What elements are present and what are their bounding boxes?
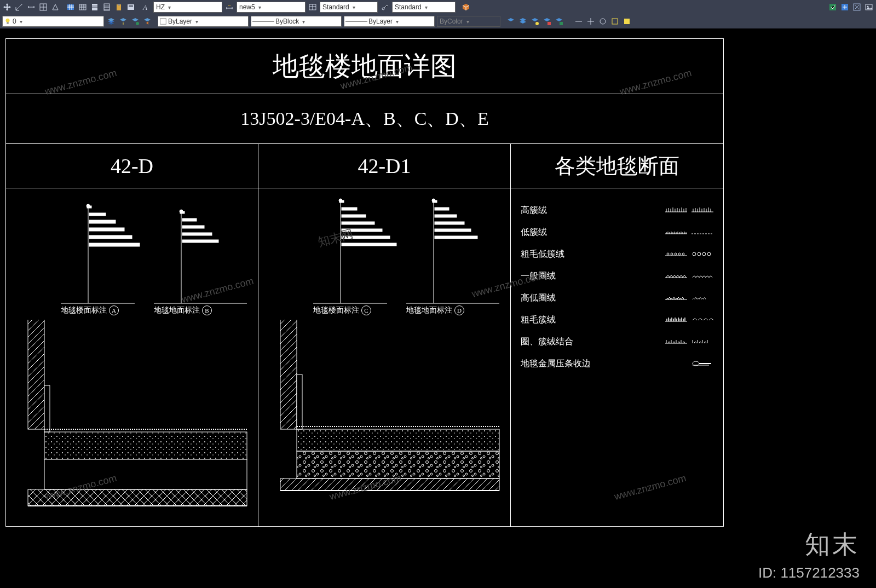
svg-rect-25 (560, 22, 563, 25)
paste-icon[interactable] (114, 2, 124, 12)
xref-icon[interactable] (852, 2, 862, 12)
color-select[interactable]: ByLayer▾ (158, 16, 249, 27)
sheet-icon[interactable] (90, 2, 100, 12)
layprop2-icon[interactable] (518, 16, 528, 26)
textstyle-icon[interactable]: A (141, 2, 151, 12)
carpet-sample-icon (665, 338, 687, 345)
tag-b: B (202, 305, 212, 315)
image-icon[interactable] (864, 2, 874, 12)
table-icon[interactable] (66, 2, 76, 12)
laywalk5-icon[interactable] (622, 16, 632, 26)
svg-point-82 (667, 253, 669, 255)
svg-rect-66 (433, 200, 437, 203)
svg-point-19 (136, 22, 139, 25)
svg-rect-33 (89, 220, 116, 223)
pan-icon[interactable] (2, 2, 12, 12)
svg-rect-62 (342, 243, 396, 246)
section-42d1 (258, 320, 510, 528)
dist-icon[interactable] (26, 2, 36, 12)
svg-rect-2 (79, 4, 86, 10)
layer-off-icon[interactable] (118, 16, 128, 26)
table-style-select[interactable]: Standard▾ (320, 2, 378, 13)
layprop3-icon[interactable] (530, 16, 540, 26)
layprop1-icon[interactable] (506, 16, 516, 26)
carpet-row: 高簇绒 (521, 199, 713, 221)
svg-rect-50 (44, 432, 247, 459)
svg-point-88 (698, 252, 701, 256)
carpet-row: 粗毛簇绒 (521, 309, 713, 331)
svg-rect-31 (87, 206, 91, 208)
carpet-sample-icon (691, 360, 713, 367)
block-icon[interactable] (461, 2, 471, 12)
lineweight-preview-icon (345, 18, 367, 25)
plotstyle-select[interactable]: ByColor▾ (437, 16, 500, 27)
carpet-sample-icon (691, 294, 713, 302)
area-icon[interactable] (38, 2, 48, 12)
drawing-subtitle: 13J502-3/E04-A、B、C、D、E (6, 94, 723, 144)
wblock-icon[interactable] (828, 2, 838, 12)
svg-rect-3 (92, 4, 97, 10)
ucs-icon[interactable] (14, 2, 24, 12)
carpet-sample-icon (691, 206, 713, 214)
layer-prev-icon[interactable] (142, 16, 152, 26)
lightbulb-icon (4, 18, 11, 25)
svg-rect-70 (435, 229, 471, 232)
svg-rect-77 (297, 374, 302, 429)
section-42d (6, 320, 258, 528)
id-watermark: ID: 1157212333 (758, 564, 860, 581)
laywalk3-icon[interactable] (598, 16, 608, 26)
svg-rect-59 (342, 222, 374, 224)
layprop5-icon[interactable] (554, 16, 564, 26)
carpet-sample-icon (691, 228, 713, 236)
chevron-down-icon: ▾ (465, 19, 469, 25)
svg-rect-32 (89, 213, 106, 216)
insert-icon[interactable] (840, 2, 850, 12)
svg-rect-58 (342, 215, 366, 217)
svg-point-23 (535, 22, 539, 25)
svg-point-84 (675, 253, 677, 255)
laywalk4-icon[interactable] (610, 16, 620, 26)
tablestyle-icon[interactable] (308, 2, 318, 12)
chevron-down-icon: ▾ (351, 4, 355, 10)
svg-point-17 (6, 19, 10, 22)
dim-style-select[interactable]: new5▾ (237, 2, 306, 13)
chevron-down-icon: ▾ (395, 19, 399, 25)
mleaderstyle-icon[interactable] (380, 2, 390, 12)
region-icon[interactable] (50, 2, 60, 12)
drawing-title: 地毯楼地面详图 (6, 39, 723, 94)
text-style-select[interactable]: HZ▾ (153, 2, 222, 13)
carpet-sample-icon (691, 338, 713, 345)
chevron-down-icon: ▾ (167, 4, 171, 10)
grid-icon[interactable] (78, 2, 88, 12)
leader-note-a2: 地毯地面标注 B (154, 305, 212, 315)
svg-rect-34 (89, 228, 124, 231)
leader-note-b1: 地毯楼面标注 C (313, 305, 371, 315)
layprop4-icon[interactable] (542, 16, 552, 26)
layer-iso-icon[interactable] (130, 16, 140, 26)
field-icon[interactable] (126, 2, 136, 12)
svg-point-85 (678, 253, 681, 255)
sheet2-icon[interactable] (102, 2, 112, 12)
laywalk2-icon[interactable] (586, 16, 596, 26)
lineweight-select[interactable]: ByLayer▾ (344, 16, 435, 27)
linetype-select[interactable]: ByBlock▾ (251, 16, 342, 27)
carpet-sample-icon (665, 250, 687, 258)
svg-rect-18 (7, 22, 9, 24)
chevron-down-icon: ▾ (19, 19, 22, 25)
laywalk1-icon[interactable] (574, 16, 584, 26)
carpet-row: 低簇绒 (521, 221, 713, 243)
carpet-sample-icon (665, 228, 687, 236)
svg-point-86 (682, 253, 684, 255)
color-swatch-icon (159, 18, 167, 25)
carpet-row: 地毯金属压条收边 (521, 353, 713, 374)
col-carpet-types: 各类地毯断面 高簇绒 低簇绒 粗毛低簇绒 一般圈绒 高低圈绒 粗毛簇绒 圈、簇绒… (511, 144, 723, 527)
dimstyle-icon[interactable] (224, 2, 234, 12)
carpet-sample-icon (691, 250, 713, 258)
svg-rect-52 (28, 489, 247, 506)
mleader-style-select[interactable]: Standard▾ (392, 2, 456, 13)
chevron-down-icon: ▾ (194, 19, 198, 25)
toolbar-styles: A HZ▾ new5▾ Standard▾ Standard▾ (0, 0, 876, 14)
callout-b (258, 188, 510, 331)
layer-states-icon[interactable] (106, 16, 116, 26)
layer-select[interactable]: 0▾ (2, 16, 104, 27)
